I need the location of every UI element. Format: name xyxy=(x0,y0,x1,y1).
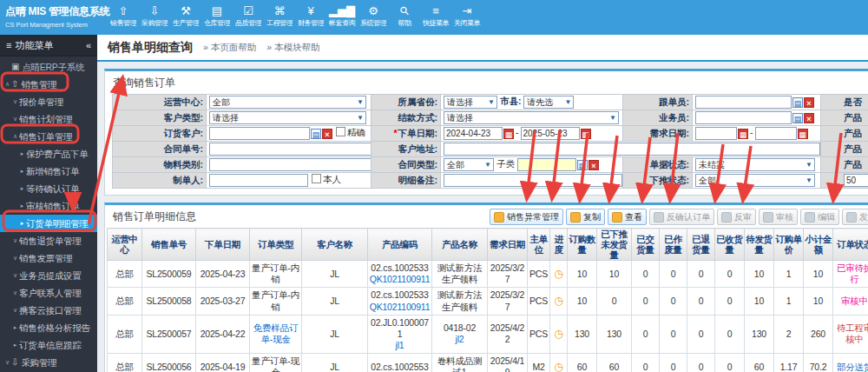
nav-item-关闭菜单[interactable]: ⇥关闭菜单 xyxy=(451,0,483,35)
province-select[interactable]: 请选择▼ xyxy=(444,96,497,109)
column-header-订单类型[interactable]: 订单类型 xyxy=(250,229,302,261)
sidebar-item-订货单信息跟踪[interactable]: ▸订货单信息跟踪 xyxy=(0,336,97,354)
clear-icon[interactable]: × xyxy=(804,113,814,123)
creator-input[interactable] xyxy=(209,174,308,187)
detail-remark-input[interactable] xyxy=(444,174,622,187)
clear-icon[interactable]: × xyxy=(589,160,599,170)
self-checkbox[interactable] xyxy=(312,174,321,183)
need-date-from-input[interactable] xyxy=(695,127,737,140)
nav-item-仓库管理[interactable]: ▤仓库管理 xyxy=(201,0,233,35)
column-header-已交货量[interactable]: 已交货量 xyxy=(632,229,660,261)
column-header-运营中心[interactable]: 运营中心 xyxy=(108,229,142,261)
sidebar-item-客户联系人管理[interactable]: ∨客户联系人管理 xyxy=(0,284,97,302)
toolbar-button-查看[interactable]: 查看 xyxy=(608,209,647,225)
column-header-待发货量[interactable]: 待发货量 xyxy=(745,229,774,261)
nav-item-销售管理[interactable]: ⇧销售管理 xyxy=(108,0,139,35)
exact-checkbox[interactable] xyxy=(336,127,345,136)
sidebar-item-业务员提成设置[interactable]: ∨业务员提成设置 xyxy=(0,267,97,284)
sidebar-collapse-icon[interactable]: « xyxy=(86,35,91,56)
page-size-input[interactable] xyxy=(844,174,868,187)
calendar-icon[interactable]: ▦ xyxy=(581,129,591,139)
nav-item-生产管理[interactable]: ⚒生产管理 xyxy=(170,0,201,35)
browse-icon[interactable]: ▤ xyxy=(311,129,321,139)
table-row[interactable]: 总部SL25000582025-03-27量产订单-内销JL02.cs.1002… xyxy=(108,288,868,315)
column-header-产品编码[interactable]: 产品编码 xyxy=(368,229,432,261)
table-row[interactable]: 总部SL25000572025-04-22免费样品订单-现金JL02.JL0.1… xyxy=(108,315,868,353)
city-select[interactable]: 请先选▼ xyxy=(523,96,574,109)
toolbar-button-复制[interactable]: 复制 xyxy=(566,209,605,225)
table-row[interactable]: 总部SL25000592025-04-23量产订单-内销JL02.cs.1002… xyxy=(108,261,868,288)
column-header-下单日期[interactable]: 下单日期 xyxy=(196,229,250,261)
sidebar-item-等待确认订单[interactable]: ▸等待确认订单 xyxy=(0,180,97,197)
product-code-link[interactable]: QK1021100911 xyxy=(369,302,431,313)
contract-type-select[interactable]: 全部▼ xyxy=(444,158,494,171)
sidebar-item-销售价格分析报告[interactable]: ▸销售价格分析报告 xyxy=(0,319,97,336)
need-date-to-input[interactable] xyxy=(755,127,797,140)
column-header-进度[interactable]: 进度 xyxy=(550,229,568,261)
column-header-订购单价[interactable]: 订购单价 xyxy=(774,229,804,261)
clear-icon[interactable]: × xyxy=(804,97,814,108)
product-code-link[interactable]: QK1021100911 xyxy=(369,274,431,285)
nav-item-帐套查询[interactable]: ▂▅▇帐套查询 xyxy=(326,0,358,35)
doc-status-select[interactable]: 未结案▼ xyxy=(695,158,815,171)
customer-address-input[interactable] xyxy=(444,143,820,156)
column-header-产品名称[interactable]: 产品名称 xyxy=(432,229,488,261)
product-name-link[interactable]: jl2 xyxy=(433,334,486,345)
page-help-link[interactable]: » 本页面帮助 xyxy=(203,42,256,54)
module-help-link[interactable]: » 本模块帮助 xyxy=(266,42,319,54)
column-header-已下推未发货量[interactable]: 已下推未发货量 xyxy=(597,229,632,261)
column-header-订单状态[interactable]: 订单状态 xyxy=(833,229,868,261)
sidebar-item-订货单明细管理[interactable]: ▸订货单明细管理 xyxy=(0,215,97,232)
sidebar-item-销售发票管理[interactable]: ∨销售发票管理 xyxy=(0,249,97,267)
column-header-需求日期[interactable]: 需求日期 xyxy=(488,229,528,261)
nav-item-快捷菜单[interactable]: ≡快捷菜单 xyxy=(420,0,451,35)
sidebar-item-销售管理[interactable]: ∧⇧销售管理 xyxy=(0,76,97,93)
table-row[interactable]: 总部SL25000562025-04-19量产订单-现金JL02.cs.1002… xyxy=(108,354,868,372)
calendar-icon[interactable]: ▦ xyxy=(798,129,808,139)
sidebar-item-保护费产品下单[interactable]: ▸保护费产品下单 xyxy=(0,145,97,163)
clear-icon[interactable]: × xyxy=(322,129,332,139)
nav-item-工程管理[interactable]: ⌘工程管理 xyxy=(264,0,295,35)
sidebar-item-销售计划管理[interactable]: ∨销售计划管理 xyxy=(0,110,97,128)
sidebar-item-报价单管理[interactable]: ∨报价单管理 xyxy=(0,93,97,110)
contract-no-input[interactable] xyxy=(209,143,372,156)
nav-item-系统管理[interactable]: ⚙系统管理 xyxy=(358,0,389,35)
sidebar-item-携客云接口管理[interactable]: ∨携客云接口管理 xyxy=(0,302,97,319)
column-header-已作废量[interactable]: 已作废量 xyxy=(660,229,687,261)
order-follower-input[interactable] xyxy=(695,96,792,109)
order-date-from-input[interactable] xyxy=(444,127,503,140)
ordering-customer-input[interactable] xyxy=(209,127,310,140)
sidebar-item-销售退货单管理[interactable]: ∨销售退货单管理 xyxy=(0,232,97,249)
column-header-客户名称[interactable]: 客户名称 xyxy=(302,229,368,261)
browse-icon[interactable]: ▤ xyxy=(792,113,803,123)
column-header-主单位[interactable]: 主单位 xyxy=(528,229,550,261)
browse-icon[interactable]: ▤ xyxy=(792,97,803,108)
customer-type-select[interactable]: 请选择▼ xyxy=(209,111,366,124)
column-header-已退货量[interactable]: 已退货量 xyxy=(687,229,715,261)
product-code-link[interactable]: jl1 xyxy=(369,340,431,351)
sidebar-item-新增销售订单[interactable]: ▸新增销售订单 xyxy=(0,163,97,180)
nav-item-帮助[interactable]: ⚲帮助 xyxy=(389,0,420,35)
sidebar-item-采购管理[interactable]: ∨⇩采购管理 xyxy=(0,354,97,371)
column-header-小计金额[interactable]: 小计金额 xyxy=(804,229,833,261)
sidebar-item-点晴ERP子系统[interactable]: ▣点晴ERP子系统 xyxy=(0,58,97,76)
salesman-input[interactable] xyxy=(695,111,792,124)
payment-method-select[interactable]: 请选择▼ xyxy=(444,111,619,124)
operation-center-select[interactable]: 全部▼ xyxy=(209,96,366,109)
toolbar-button-销售异常管理[interactable]: 销售异常管理 xyxy=(490,209,563,225)
sidebar-item-审核销售订单[interactable]: ▸审核销售订单 xyxy=(0,197,97,215)
calendar-icon[interactable]: ▦ xyxy=(503,129,514,139)
nav-item-采购管理[interactable]: ⇩采购管理 xyxy=(139,0,170,35)
push-status-select[interactable]: 全部▼ xyxy=(695,174,815,187)
browse-icon[interactable]: ▤ xyxy=(577,160,588,170)
subtype-input[interactable] xyxy=(517,158,576,171)
sidebar-item-销售订单管理[interactable]: ∧销售订单管理 xyxy=(0,128,97,145)
nav-item-财务管理[interactable]: ¥财务管理 xyxy=(295,0,326,35)
column-header-销售单号[interactable]: 销售单号 xyxy=(142,229,196,261)
material-category-input[interactable] xyxy=(209,158,372,171)
nav-item-品质管理[interactable]: ☑品质管理 xyxy=(233,0,264,35)
column-header-已收货量[interactable]: 已收货量 xyxy=(715,229,745,261)
calendar-icon[interactable]: ▦ xyxy=(738,129,748,139)
column-header-订购数量[interactable]: 订购数量 xyxy=(568,229,597,261)
order-date-to-input[interactable] xyxy=(521,127,580,140)
